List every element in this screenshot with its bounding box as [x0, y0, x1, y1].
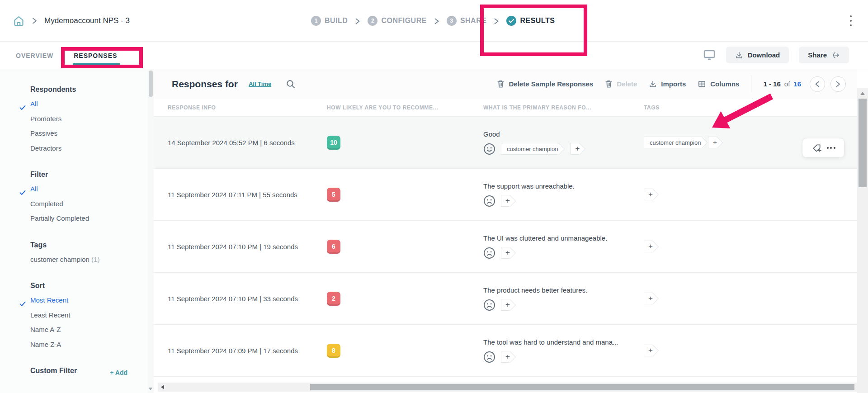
item-label: All	[30, 100, 38, 108]
add-tag-chip[interactable]: +	[644, 189, 653, 200]
response-info: 11 September 2024 07:09 PM | 17 seconds	[168, 325, 327, 376]
share-export-icon	[831, 51, 840, 59]
row-tag-chip[interactable]: customer champion	[644, 137, 702, 148]
sidebar-item-partially-completed[interactable]: Partially Completed	[30, 211, 139, 226]
imports-label: Imports	[661, 80, 686, 88]
table-row[interactable]: 11 September 2024 07:10 PM | 19 seconds …	[154, 221, 857, 273]
pagination: 1 - 16 of 16	[763, 76, 846, 92]
trash-icon	[605, 80, 613, 88]
download-button[interactable]: Download	[726, 47, 789, 63]
sidebar-item-completed[interactable]: Completed	[30, 197, 139, 212]
table-row[interactable]: 11 September 2024 07:10 PM | 33 seconds …	[154, 273, 857, 325]
score-cell: 2	[327, 273, 483, 324]
horizontal-scrollbar[interactable]	[158, 383, 857, 392]
plus-icon: +	[505, 248, 510, 257]
delete-sample-responses-button[interactable]: Delete Sample Responses	[497, 80, 593, 88]
sidebar-item-least-recent[interactable]: Least Recent	[30, 308, 139, 323]
scrollbar-thumb[interactable]	[149, 71, 153, 97]
tab-responses[interactable]: RESPONSES	[74, 43, 117, 68]
add-tag-chip[interactable]: +	[501, 299, 510, 311]
add-tag-icon[interactable]	[811, 143, 822, 153]
step-results[interactable]: RESULTS	[506, 16, 555, 26]
answer-cell: The support was unreachable. +	[483, 169, 644, 220]
page-of-label: of	[784, 80, 790, 88]
add-custom-filter-button[interactable]: + Add	[110, 369, 127, 376]
columns-button[interactable]: Columns	[698, 80, 739, 88]
table-header: RESPONSE INFO HOW LIKELY ARE YOU TO RECO…	[154, 99, 857, 117]
next-page-button[interactable]	[830, 76, 846, 92]
sidebar-item-respondents-all[interactable]: All	[30, 97, 139, 112]
tags-cell: +	[644, 169, 857, 220]
answer-text: The tool was hard to understand and mana…	[483, 338, 618, 346]
custom-filter-section: Custom Filter + Add	[30, 367, 139, 378]
survey-title[interactable]: Mydemoaccount NPS - 3	[44, 16, 130, 25]
answer-tag-chip[interactable]: customer champion	[501, 143, 559, 155]
scroll-left-icon[interactable]	[161, 385, 164, 389]
tab-overview[interactable]: OVERVIEW	[16, 43, 53, 68]
scroll-up-icon[interactable]	[860, 92, 865, 95]
answer-cell: The UI was cluttered and unmanageable. +	[483, 221, 644, 272]
table-row[interactable]: 14 September 2024 05:52 PM | 6 seconds 1…	[154, 117, 857, 169]
row-actions-card[interactable]	[802, 138, 844, 158]
sidebar-item-promoters[interactable]: Promoters	[30, 112, 139, 127]
plus-icon: +	[575, 144, 580, 153]
answer-cell: The product needs better features. +	[483, 273, 644, 324]
step-configure[interactable]: 2 CONFIGURE	[368, 16, 427, 26]
time-filter-link[interactable]: All Time	[249, 80, 271, 87]
plus-icon: +	[648, 294, 653, 303]
scroll-down-icon[interactable]	[149, 388, 152, 390]
top-header: Mydemoaccount NPS - 3 1 BUILD 2 CONFIGUR…	[0, 0, 868, 42]
page-title: Responses for	[172, 79, 238, 90]
add-tag-chip[interactable]: +	[708, 137, 717, 148]
scrollbar-thumb[interactable]	[310, 384, 854, 390]
add-tag-chip[interactable]: +	[571, 143, 580, 155]
score-cell: 8	[327, 325, 483, 376]
plus-icon: +	[648, 190, 653, 199]
tab-bar: OVERVIEW RESPONSES Download Share	[0, 42, 868, 69]
sidebar-item-name-za[interactable]: Name Z-A	[30, 337, 139, 352]
sidebar-item-filter-all[interactable]: All	[30, 182, 139, 197]
breadcrumb: Mydemoaccount NPS - 3	[13, 0, 130, 42]
search-icon[interactable]	[286, 79, 296, 89]
tab-label: RESPONSES	[74, 52, 117, 59]
download-label: Download	[748, 51, 780, 59]
sidebar-scrollbar[interactable]	[148, 69, 154, 393]
plus-icon: +	[648, 346, 653, 355]
add-tag-chip[interactable]: +	[644, 241, 653, 252]
add-tag-chip[interactable]: +	[501, 351, 510, 363]
col-header-nps-question: HOW LIKELY ARE YOU TO RECOMME...	[327, 104, 483, 111]
preview-monitor-icon[interactable]	[703, 49, 716, 62]
step-build[interactable]: 1 BUILD	[311, 16, 348, 26]
more-actions-icon[interactable]	[827, 147, 835, 149]
sidebar-item-tag-customer-champion[interactable]: customer champion (1)	[30, 252, 139, 267]
col-header-response-info: RESPONSE INFO	[168, 104, 327, 111]
prev-page-button[interactable]	[810, 76, 825, 92]
step-share[interactable]: 3 SHARE	[447, 16, 487, 26]
add-tag-chip[interactable]: +	[644, 293, 653, 304]
add-tag-chip[interactable]: +	[644, 345, 653, 356]
add-tag-chip[interactable]: +	[501, 195, 510, 207]
answer-text: The UI was cluttered and unmanageable.	[483, 234, 607, 242]
answer-cell: The tool was hard to understand and mana…	[483, 325, 644, 376]
tag-count: (1)	[91, 256, 99, 263]
tags-cell: +	[644, 325, 857, 376]
scrollbar-thumb[interactable]	[859, 99, 867, 187]
table-row[interactable]: 11 September 2024 07:09 PM | 17 seconds …	[154, 325, 857, 377]
sidebar-item-detractors[interactable]: Detractors	[30, 141, 139, 156]
nps-score-badge: 2	[327, 292, 340, 306]
imports-button[interactable]: Imports	[649, 80, 686, 88]
home-icon[interactable]	[13, 15, 25, 27]
section-title: Respondents	[30, 85, 139, 94]
step-label: BUILD	[325, 17, 348, 25]
table-row[interactable]: 11 September 2024 07:11 PM | 55 seconds …	[154, 169, 857, 221]
add-tag-chip[interactable]: +	[501, 247, 510, 259]
download-icon	[735, 51, 743, 59]
page-total-link[interactable]: 16	[793, 80, 801, 88]
sidebar-item-name-az[interactable]: Name A-Z	[30, 322, 139, 337]
share-button[interactable]: Share	[799, 47, 849, 63]
sidebar-item-passives[interactable]: Passives	[30, 126, 139, 141]
kebab-menu-icon[interactable]	[850, 15, 853, 26]
delete-button[interactable]: Delete	[605, 80, 637, 88]
sidebar-item-most-recent[interactable]: Most Recent	[30, 293, 139, 308]
vertical-scrollbar[interactable]	[857, 88, 868, 393]
